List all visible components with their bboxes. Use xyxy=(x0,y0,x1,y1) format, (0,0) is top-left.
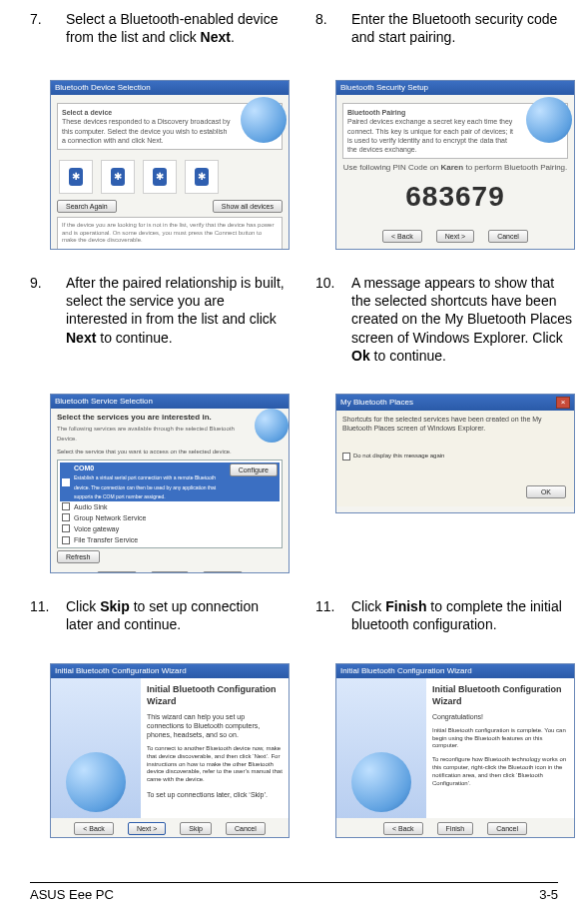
device-item[interactable]: ✱ xyxy=(101,160,135,194)
wizard-window: Initial Bluetooth Configuration Wizard I… xyxy=(335,663,575,838)
wizard-sidebar xyxy=(336,678,426,818)
wizard-p2: To reconfigure how Bluetooth technology … xyxy=(432,756,568,787)
wizard-sidebar xyxy=(51,678,141,818)
step-number: 8. xyxy=(315,10,337,70)
frame-heading: Select a device xyxy=(62,109,112,116)
step-text-post: to continue. xyxy=(96,330,172,346)
service-list[interactable]: COM0 Establish a virtual serial port con… xyxy=(57,459,283,548)
step-text: Enter the Bluetooth security code and st… xyxy=(351,10,575,70)
window-title-bar: Bluetooth Device Selection xyxy=(51,81,289,95)
checkbox-icon[interactable] xyxy=(342,453,350,460)
service-item[interactable]: File Transfer Service xyxy=(60,534,280,545)
next-button[interactable]: Next > xyxy=(151,571,189,573)
service-item[interactable]: Group Network Service xyxy=(60,512,280,523)
cancel-button[interactable]: Cancel xyxy=(488,230,528,243)
step-text: Select a Bluetooth-enabled device from t… xyxy=(66,10,290,70)
back-button[interactable]: < Back xyxy=(383,822,423,835)
service-name: COM0 xyxy=(74,464,94,471)
service-name: Group Network Service xyxy=(74,513,146,522)
step-7: 7. Select a Bluetooth-enabled device fro… xyxy=(30,10,290,250)
step-number: 7. xyxy=(30,10,52,70)
product-name: ASUS Eee PC xyxy=(30,887,114,904)
step-11b: 11. Click Finish to complete the initial… xyxy=(315,597,575,838)
note-text: If the device you are looking for is not… xyxy=(57,217,283,250)
step-9: 9. After the paired relationship is buil… xyxy=(30,274,290,573)
device-item[interactable]: ✱ xyxy=(59,160,93,194)
bluetooth-icon: ✱ xyxy=(69,168,83,186)
back-button[interactable]: < Back xyxy=(382,230,422,243)
wizard-p1: Initial Bluetooth configuration is compl… xyxy=(432,727,568,750)
step-text-pre: Select a Bluetooth-enabled device from t… xyxy=(66,11,278,45)
checkbox-icon[interactable] xyxy=(62,524,70,532)
wizard-heading: Initial Bluetooth Configuration Wizard xyxy=(432,684,568,707)
checkbox-icon[interactable] xyxy=(62,478,70,486)
step-text: A message appears to show that the selec… xyxy=(351,274,575,384)
window-title-bar: Bluetooth Service Selection xyxy=(51,395,289,409)
device-list[interactable]: ✱ ✱ ✱ ✱ xyxy=(57,154,283,200)
back-button[interactable]: < Back xyxy=(74,822,114,835)
checkbox-icon[interactable] xyxy=(62,536,70,544)
window-title-bar: Initial Bluetooth Configuration Wizard xyxy=(51,664,289,678)
cancel-button[interactable]: Cancel xyxy=(226,822,266,835)
skip-button[interactable]: Skip xyxy=(180,822,212,835)
service-name: Voice gateway xyxy=(74,524,119,533)
window-title: Bluetooth Service Selection xyxy=(55,397,153,407)
step-number: 9. xyxy=(30,274,52,384)
cancel-button[interactable]: Cancel xyxy=(203,571,243,573)
step-text-bold: Skip xyxy=(100,598,130,614)
step-11a: 11. Click Skip to set up connection late… xyxy=(30,597,290,838)
step-text: Click Finish to complete the initial blu… xyxy=(351,597,575,653)
step-8: 8. Enter the Bluetooth security code and… xyxy=(315,10,575,250)
wizard-sub: Congratulations! xyxy=(432,712,568,721)
step-number: 10. xyxy=(315,274,337,384)
device-item[interactable]: ✱ xyxy=(185,160,219,194)
device-selection-window: Bluetooth Device Selection Select a devi… xyxy=(50,80,290,250)
window-title: Initial Bluetooth Configuration Wizard xyxy=(340,666,472,676)
window-title: My Bluetooth Places xyxy=(340,398,413,408)
show-all-button[interactable]: Show all devices xyxy=(213,200,283,213)
step-text-bold: Next xyxy=(66,330,96,346)
finish-button[interactable]: Finish xyxy=(437,822,474,835)
device-item[interactable]: ✱ xyxy=(143,160,177,194)
wizard-window: Initial Bluetooth Configuration Wizard I… xyxy=(50,663,290,838)
step-text: Click Skip to set up connection later an… xyxy=(66,597,290,653)
message-text: Shortcuts for the selected services have… xyxy=(342,415,568,433)
cancel-button[interactable]: Cancel xyxy=(487,822,527,835)
checkbox-icon[interactable] xyxy=(62,513,70,521)
step-text-bold: Finish xyxy=(385,598,426,614)
service-name: File Transfer Service xyxy=(74,535,138,544)
step-text-bold: Next xyxy=(201,29,231,45)
step-text-pre: A message appears to show that the selec… xyxy=(351,275,572,346)
step-text-post: to continue. xyxy=(370,348,446,364)
list-label: Select the service that you want to acce… xyxy=(57,449,283,457)
next-button[interactable]: Next > xyxy=(128,822,166,835)
service-item[interactable]: Audio Sink xyxy=(60,501,280,512)
search-again-button[interactable]: Search Again xyxy=(57,200,117,213)
page-number: 3-5 xyxy=(539,887,558,904)
checkbox-icon[interactable] xyxy=(62,502,70,510)
window-title-bar: Bluetooth Security Setup xyxy=(336,81,574,95)
next-button[interactable]: Next > xyxy=(436,230,474,243)
pin-device: Karen xyxy=(441,163,464,172)
step-number: 11. xyxy=(30,597,52,653)
bluetooth-icon: ✱ xyxy=(111,168,125,186)
wizard-p3: To set up connections later, click ‘Skip… xyxy=(147,790,283,799)
frame-heading: Select the services you are interested i… xyxy=(57,413,212,422)
step-number: 11. xyxy=(315,597,337,653)
back-button[interactable]: < Back xyxy=(97,571,137,573)
step-text: After the paired relationship is built, … xyxy=(66,274,290,384)
close-icon[interactable]: × xyxy=(556,397,570,409)
ok-button[interactable]: OK xyxy=(526,485,566,498)
service-item[interactable]: Voice gateway xyxy=(60,523,280,534)
refresh-button[interactable]: Refresh xyxy=(57,550,100,563)
wizard-heading: Initial Bluetooth Configuration Wizard xyxy=(147,684,283,707)
window-title: Bluetooth Security Setup xyxy=(340,83,428,93)
step-text-pre: Click xyxy=(351,598,385,614)
frame-heading: Bluetooth Pairing xyxy=(347,109,405,116)
globe-icon xyxy=(351,752,411,812)
service-selection-window: Bluetooth Service Selection Select the s… xyxy=(50,394,290,573)
configure-button[interactable]: Configure xyxy=(230,463,278,476)
wizard-p2: To connect to another Bluetooth device n… xyxy=(147,745,283,784)
service-item-selected[interactable]: COM0 Establish a virtual serial port con… xyxy=(60,462,280,500)
frame-sub: The following services are available thr… xyxy=(57,426,235,442)
